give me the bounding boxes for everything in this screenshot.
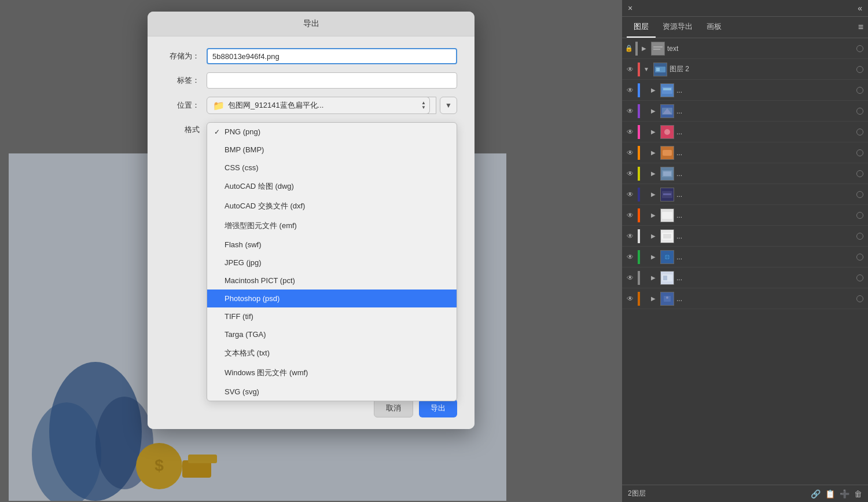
layer-row[interactable]: 🔒 ▶ text — [622, 38, 868, 59]
layer-circle — [856, 254, 863, 261]
eye-icon[interactable]: 👁 — [624, 293, 636, 305]
format-option-txt[interactable]: 文本格式 (txt) — [207, 343, 457, 363]
eye-icon[interactable]: 👁 — [624, 126, 636, 138]
check-icon: ✓ — [214, 128, 220, 136]
layer-color-bar — [638, 229, 640, 243]
link-icon[interactable]: 🔗 — [811, 489, 821, 499]
format-option-pct[interactable]: Macintosh PICT (pct) — [207, 272, 457, 290]
format-option-psd[interactable]: Photoshop (psd) — [207, 290, 457, 307]
panel-menu-icon[interactable]: ≡ — [858, 22, 863, 32]
panel-expand-button[interactable]: « — [858, 3, 862, 13]
layer-circle — [856, 170, 863, 177]
tags-label: 标签： — [165, 75, 200, 86]
eye-icon[interactable]: 👁 — [624, 189, 636, 200]
eye-icon[interactable]: 👁 — [624, 85, 636, 96]
format-option-swf[interactable]: Flash (swf) — [207, 236, 457, 254]
eye-icon[interactable]: 👁 — [624, 105, 636, 117]
layer-expand-icon[interactable]: ▶ — [649, 273, 658, 283]
tab-artboard[interactable]: 画板 — [700, 17, 729, 38]
format-option-tif[interactable]: TIFF (tif) — [207, 307, 457, 325]
layer-color-bar — [638, 208, 640, 222]
layer-color-bar — [638, 104, 640, 118]
layer-expand-icon[interactable]: ▶ — [649, 190, 658, 199]
tags-row: 标签： — [165, 72, 457, 89]
layer-thumb — [660, 208, 674, 222]
location-text: 包图网_912141蓝色扁平化... — [228, 100, 414, 111]
save-as-row: 存储为： — [165, 48, 457, 64]
layer-row[interactable]: 👁 ▶ ... — [622, 268, 868, 288]
layer-row[interactable]: 👁 ▶ ... — [622, 205, 868, 226]
eye-icon[interactable]: 👁 — [624, 168, 636, 179]
layers-list: 🔒 ▶ text 👁 ▼ 图层 2 👁 ▶ — [622, 38, 868, 485]
layer-row[interactable]: 👁 ▶ ... — [622, 247, 868, 268]
add-layer-icon[interactable]: 📋 — [825, 489, 835, 499]
layer-expand-icon[interactable]: ▶ — [649, 211, 658, 220]
layer-row[interactable]: 👁 ▶ ... — [622, 122, 868, 142]
layer-name: ... — [676, 253, 856, 261]
layer-expand-icon[interactable]: ▶ — [649, 232, 658, 241]
svg-rect-9 — [663, 150, 672, 156]
layer-expand-icon[interactable]: ▶ — [639, 44, 649, 53]
export-button[interactable]: 导出 — [419, 399, 457, 417]
layer-color-bar — [635, 42, 638, 56]
layer-row[interactable]: 👁 ▶ ... — [622, 226, 868, 247]
format-option-css[interactable]: CSS (css) — [207, 159, 457, 177]
layers-count: 2图层 — [628, 489, 646, 499]
new-layer-icon[interactable]: ➕ — [840, 489, 849, 499]
eye-icon[interactable]: 👁 — [624, 251, 636, 263]
format-option-dxf[interactable]: AutoCAD 交换文件 (dxf) — [207, 196, 457, 216]
format-option-wmf[interactable]: Windows 图元文件 (wmf) — [207, 363, 457, 383]
layer-row[interactable]: 👁 ▶ ... — [622, 142, 868, 163]
layer-row[interactable]: 👁 ▼ 图层 2 — [622, 59, 868, 80]
layer-thumb — [651, 42, 665, 56]
layer-row[interactable]: 👁 ▶ ... — [622, 80, 868, 101]
format-option-jpg[interactable]: JPEG (jpg) — [207, 254, 457, 272]
layer-expand-icon[interactable]: ▼ — [642, 65, 651, 74]
format-option-bmp[interactable]: BMP (BMP) — [207, 141, 457, 159]
location-stepper[interactable]: ▲ ▼ — [418, 97, 430, 114]
format-option-png[interactable]: ✓ PNG (png) — [207, 123, 457, 141]
tab-assets[interactable]: 资源导出 — [656, 17, 700, 38]
layer-color-bar — [638, 188, 640, 201]
layer-row[interactable]: 👁 ▶ ... — [622, 163, 868, 184]
layer-expand-icon[interactable]: ▶ — [649, 127, 658, 137]
eye-icon[interactable]: 👁 — [624, 210, 636, 221]
cancel-button[interactable]: 取消 — [374, 399, 413, 417]
eye-icon[interactable]: 👁 — [624, 147, 636, 159]
format-option-dwg[interactable]: AutoCAD 绘图 (dwg) — [207, 177, 457, 196]
layer-expand-icon[interactable]: ▶ — [649, 148, 658, 157]
layer-row[interactable]: 👁 ▶ ... — [622, 184, 868, 205]
format-option-svg[interactable]: SVG (svg) — [207, 383, 457, 401]
dialog-title: 导出 — [148, 12, 475, 36]
format-option-emf[interactable]: 增强型图元文件 (emf) — [207, 216, 457, 236]
layer-color-bar — [638, 146, 640, 160]
layer-expand-icon[interactable]: ▶ — [649, 294, 658, 303]
panel-close-bar: × « — [622, 0, 868, 17]
tab-layers[interactable]: 图层 — [627, 17, 656, 38]
layer-name: ... — [676, 107, 856, 115]
layer-name: ... — [676, 274, 856, 282]
eye-icon[interactable]: 👁 — [624, 272, 636, 284]
layer-row[interactable]: 👁 ▶ ... — [622, 101, 868, 122]
layer-name: ... — [676, 128, 856, 136]
layer-row[interactable]: 👁 ▶ ... — [622, 288, 868, 309]
layer-expand-icon[interactable]: ▶ — [649, 169, 658, 178]
svg-rect-11 — [663, 171, 671, 176]
eye-icon[interactable]: 👁 — [624, 64, 636, 75]
save-as-input[interactable] — [207, 48, 457, 64]
format-menu: ✓ PNG (png) BMP (BMP) CSS (css) AutoCAD … — [207, 122, 457, 401]
layer-expand-icon[interactable]: ▶ — [649, 252, 658, 262]
svg-rect-16 — [663, 234, 671, 239]
eye-icon[interactable]: 👁 — [624, 230, 636, 242]
location-button[interactable]: 📁 包图网_912141蓝色扁平化... ▲ ▼ — [207, 97, 436, 114]
layer-expand-icon[interactable]: ▶ — [649, 86, 658, 95]
delete-layer-icon[interactable]: 🗑 — [854, 489, 862, 499]
layer-name: 图层 2 — [670, 64, 856, 74]
lock-icon: 🔒 — [624, 44, 634, 53]
panel-close-button[interactable]: × — [628, 3, 632, 13]
format-option-tga[interactable]: Targa (TGA) — [207, 325, 457, 343]
layer-color-bar — [638, 292, 640, 306]
tags-input[interactable] — [207, 72, 457, 89]
location-dropdown-button[interactable]: ▼ — [440, 97, 457, 114]
layer-expand-icon[interactable]: ▶ — [649, 107, 658, 116]
